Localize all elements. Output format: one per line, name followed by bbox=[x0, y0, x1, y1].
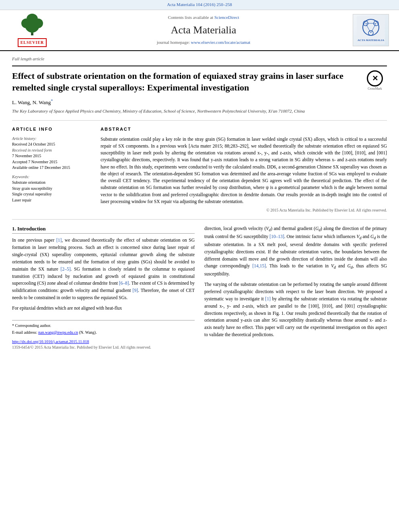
keywords-section: Keywords: Substrate orientation Stray gr… bbox=[12, 174, 93, 203]
ref-10-13[interactable]: [10–13] bbox=[269, 234, 284, 239]
body-divider bbox=[12, 219, 387, 220]
volume-text: Acta Materialia 104 (2016) 250–258 bbox=[167, 2, 232, 7]
article-info-heading: ARTICLE INFO bbox=[12, 126, 93, 133]
corresponding-note: * Corresponding author. bbox=[12, 323, 195, 329]
ref-6-8[interactable]: [6–8] bbox=[119, 281, 129, 286]
info-abstract-section: ARTICLE INFO Article history: Received 2… bbox=[12, 126, 387, 214]
title-divider bbox=[12, 66, 387, 66]
abstract-text: Substrate orientation could play a key r… bbox=[101, 136, 387, 205]
email-link[interactable]: nan.wang@nwpu.edu.cn bbox=[38, 330, 78, 335]
abstract-heading: ABSTRACT bbox=[101, 126, 387, 133]
history-section: Article history: Received 24 October 201… bbox=[12, 136, 93, 171]
body-left-col: 1. Introduction In one previous paper [1… bbox=[12, 225, 195, 351]
info-divider bbox=[12, 120, 387, 121]
science-direct-link[interactable]: ScienceDirect bbox=[214, 15, 239, 20]
crossmark-icon: ✕ bbox=[367, 70, 383, 86]
ref-1[interactable]: [1] bbox=[56, 238, 62, 242]
svg-point-4 bbox=[27, 14, 38, 24]
doi-line: http://dx.doi.org/10.1016/j.actamat.2015… bbox=[12, 339, 195, 345]
article-title-section: Effect of substrate orientation on the f… bbox=[12, 70, 387, 93]
ref-9[interactable]: [9] bbox=[133, 288, 138, 293]
revised-date: 7 November 2015 bbox=[12, 153, 93, 159]
elsevier-logo-area: ELSEVIER bbox=[8, 13, 56, 47]
homepage-link[interactable]: www.elsevier.com/locate/actamat bbox=[191, 40, 251, 45]
history-label: Article history: bbox=[12, 136, 93, 142]
footnote-section: * Corresponding author. E-mail address: … bbox=[12, 320, 195, 351]
authors: L. Wang, N. Wang* bbox=[12, 98, 387, 107]
email-note: E-mail address: nan.wang@nwpu.edu.cn (N.… bbox=[12, 330, 195, 336]
intro-para-2: For epitaxial dendrites which are not al… bbox=[12, 305, 195, 312]
keywords-label: Keywords: bbox=[12, 174, 93, 180]
article-title: Effect of substrate orientation on the f… bbox=[12, 70, 357, 93]
acta-materialia-logo: ACTA MATERIALIA bbox=[357, 16, 385, 44]
svg-text:ACTA MATERIALIA: ACTA MATERIALIA bbox=[358, 39, 384, 42]
elsevier-tree-icon bbox=[16, 13, 48, 37]
keyword-3: Single crystal superalloy bbox=[12, 191, 93, 197]
keyword-4: Laser repair bbox=[12, 197, 93, 203]
keywords-list: Substrate orientation Stray grain suscep… bbox=[12, 180, 93, 203]
ref-2-5[interactable]: [2–5] bbox=[61, 267, 71, 271]
copyright-line: © 2015 Acta Materialia Inc. Published by… bbox=[101, 207, 387, 214]
body-right-col: direction, local growth velocity (Vd) an… bbox=[204, 225, 387, 351]
acta-logo-box: ACTA MATERIALIA bbox=[353, 14, 389, 46]
ref-14-15[interactable]: [14,15] bbox=[252, 263, 266, 268]
elsevier-brand: ELSEVIER bbox=[16, 13, 48, 47]
crossmark-logo: ✕ CrossMark bbox=[363, 70, 387, 91]
received-date: Received 24 October 2015 bbox=[12, 142, 93, 148]
right-para-1: direction, local growth velocity (Vd) an… bbox=[204, 225, 387, 278]
science-direct-text: Contents lists available at ScienceDirec… bbox=[60, 14, 347, 21]
journal-header: ELSEVIER Contents lists available at Sci… bbox=[0, 10, 399, 51]
svg-point-5 bbox=[31, 33, 33, 35]
journal-volume-bar: Acta Materialia 104 (2016) 250–258 bbox=[0, 0, 399, 10]
article-info: ARTICLE INFO Article history: Received 2… bbox=[12, 126, 93, 214]
journal-homepage: journal homepage: www.elsevier.com/locat… bbox=[60, 39, 347, 46]
ref-1-inline[interactable]: [1] bbox=[265, 296, 270, 301]
body-section: 1. Introduction In one previous paper [1… bbox=[12, 225, 387, 351]
revised-label: Received in revised form bbox=[12, 148, 93, 154]
main-content: Full length article Effect of substrate … bbox=[0, 51, 399, 358]
corresponding-marker: * bbox=[51, 98, 53, 103]
journal-title-area: Contents lists available at ScienceDirec… bbox=[60, 14, 347, 46]
author-names: L. Wang, N. Wang bbox=[12, 99, 51, 105]
acta-logo-area: ACTA MATERIALIA bbox=[351, 14, 391, 46]
right-para-2: The varying of the substrate orientation… bbox=[204, 281, 387, 339]
accepted-date: Accepted 7 November 2015 bbox=[12, 159, 93, 165]
keyword-2: Stray grain susceptibility bbox=[12, 186, 93, 192]
available-date: Available online 17 December 2015 bbox=[12, 165, 93, 171]
doi-link[interactable]: http://dx.doi.org/10.1016/j.actamat.2015… bbox=[12, 339, 89, 344]
intro-para-1: In one previous paper [1], we discussed … bbox=[12, 237, 195, 301]
crossmark-label: CrossMark bbox=[368, 86, 382, 91]
keyword-1: Substrate orientation bbox=[12, 180, 93, 186]
article-type: Full length article bbox=[12, 56, 387, 62]
journal-title: Acta Materialia bbox=[60, 23, 347, 38]
introduction-heading: 1. Introduction bbox=[12, 225, 195, 234]
abstract-section: ABSTRACT Substrate orientation could pla… bbox=[101, 126, 387, 214]
elsevier-wordmark: ELSEVIER bbox=[18, 38, 47, 47]
affiliation: The Key Laboratory of Space Applied Phys… bbox=[12, 108, 387, 115]
issn-line: 1359-6454/© 2015 Acta Materialia Inc. Pu… bbox=[12, 345, 195, 351]
